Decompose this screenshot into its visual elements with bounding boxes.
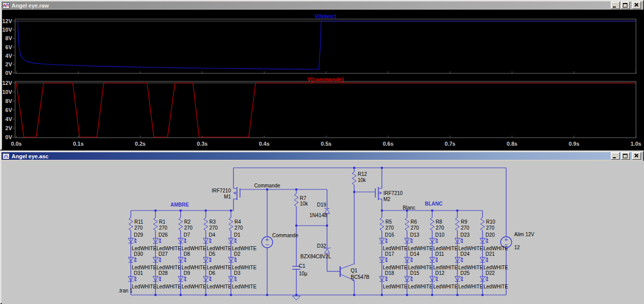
svg-text:R4: R4 — [234, 219, 241, 225]
svg-text:270: 270 — [411, 225, 419, 231]
svg-text:D4: D4 — [209, 232, 215, 238]
svg-text:270: 270 — [436, 225, 444, 231]
close-icon — [634, 3, 638, 7]
svg-text:D3: D3 — [234, 270, 240, 276]
svg-text:LedWHITE: LedWHITE — [484, 265, 508, 270]
asc-window-titlebar[interactable]: Angel eye.asc — [2, 152, 642, 160]
svg-text:BZX84C8V2L: BZX84C8V2L — [300, 254, 332, 259]
svg-text:D25: D25 — [460, 270, 470, 276]
svg-text:LedWHITE: LedWHITE — [132, 265, 156, 270]
svg-text:6V: 6V — [6, 107, 13, 113]
svg-text:LedWHITE: LedWHITE — [132, 284, 156, 289]
svg-text:1.0s: 1.0s — [630, 141, 641, 147]
svg-text:C1: C1 — [299, 263, 305, 269]
svg-text:D23: D23 — [460, 232, 470, 238]
svg-text:LedWHITE: LedWHITE — [232, 284, 257, 289]
svg-text:R11: R11 — [134, 219, 143, 225]
svg-text:.tran 1: .tran 1 — [118, 288, 133, 293]
svg-text:0.0s: 0.0s — [11, 141, 22, 147]
svg-text:LedWHITE: LedWHITE — [156, 265, 181, 270]
maximize-icon — [623, 154, 627, 158]
svg-text:LedWHITE: LedWHITE — [156, 284, 181, 289]
svg-text:D15: D15 — [410, 270, 420, 276]
asc-window: Angel eye.asc R11270D29LedWHITED30LedWHI… — [0, 151, 644, 304]
schematic-document-icon — [3, 153, 10, 159]
svg-text:270: 270 — [486, 225, 495, 231]
svg-text:10V: 10V — [2, 27, 12, 33]
svg-text:Q1: Q1 — [351, 268, 358, 273]
svg-text:D7: D7 — [184, 232, 190, 238]
svg-text:LedWHITE: LedWHITE — [433, 265, 458, 270]
svg-text:LedWHITE: LedWHITE — [207, 246, 231, 251]
svg-text:12V: 12V — [2, 18, 12, 24]
svg-text:0V: 0V — [6, 70, 13, 76]
svg-text:0.2s: 0.2s — [135, 141, 145, 147]
svg-text:R8: R8 — [436, 219, 442, 225]
svg-text:10k: 10k — [358, 177, 366, 183]
waveform-plot-canvas[interactable]: 12V10V8V6V4V2V0VV(blanc)12V10V8V6V4V2V0V… — [2, 10, 644, 150]
close-button[interactable] — [632, 2, 641, 9]
schematic-editor[interactable]: R11270D29LedWHITED30LedWHITED31LedWHITER… — [2, 161, 644, 304]
svg-text:LedWHITE: LedWHITE — [484, 284, 508, 289]
svg-text:LedWHITE: LedWHITE — [383, 284, 408, 289]
waveform-viewer[interactable]: 12V10V8V6V4V2V0VV(blanc)12V10V8V6V4V2V0V… — [2, 10, 644, 150]
asc-window-title: Angel eye.asc — [12, 153, 611, 159]
svg-text:0.7s: 0.7s — [445, 141, 455, 147]
svg-text:D9: D9 — [184, 270, 190, 276]
raw-window: Angel eye.raw 12V10V8V6V4V2V0VV(blanc)12… — [0, 0, 644, 150]
minimize-button[interactable] — [611, 2, 620, 9]
svg-text:4V: 4V — [6, 116, 13, 122]
close-icon — [634, 153, 638, 158]
svg-text:LedWHITE: LedWHITE — [433, 246, 458, 251]
svg-text:2V: 2V — [6, 61, 13, 67]
svg-text:D11: D11 — [435, 251, 444, 257]
svg-text:12V: 12V — [2, 80, 12, 86]
svg-text:LedWHITE: LedWHITE — [232, 265, 257, 270]
svg-text:V(blanc): V(blanc) — [314, 13, 337, 19]
svg-text:0.1s: 0.1s — [73, 141, 84, 147]
svg-text:270: 270 — [385, 225, 394, 231]
svg-text:AMBRE: AMBRE — [171, 202, 189, 208]
svg-text:D16: D16 — [385, 232, 394, 238]
raw-window-titlebar[interactable]: Angel eye.raw — [2, 2, 642, 9]
svg-text:LedWHITE: LedWHITE — [408, 246, 433, 251]
maximize-button[interactable] — [621, 152, 630, 160]
schematic-canvas[interactable]: R11270D29LedWHITED30LedWHITED31LedWHITER… — [2, 161, 644, 304]
svg-text:0.4s: 0.4s — [259, 141, 269, 147]
svg-text:D28: D28 — [158, 270, 168, 276]
svg-text:270: 270 — [461, 225, 469, 231]
svg-text:D31: D31 — [134, 270, 143, 276]
svg-text:D26: D26 — [158, 232, 168, 238]
svg-text:R7: R7 — [300, 195, 306, 201]
svg-text:R12: R12 — [358, 171, 367, 177]
svg-text:0.9s: 0.9s — [569, 141, 579, 147]
svg-text:Blanc: Blanc — [403, 205, 415, 211]
maximize-button[interactable] — [621, 2, 630, 9]
close-button[interactable] — [632, 152, 641, 160]
maximize-icon — [623, 3, 627, 8]
svg-text:LedWHITE: LedWHITE — [207, 265, 231, 270]
svg-text:D24: D24 — [460, 251, 470, 257]
svg-text:D19: D19 — [317, 202, 327, 208]
svg-text:270: 270 — [159, 225, 168, 231]
svg-text:LedWHITE: LedWHITE — [132, 246, 156, 251]
svg-text:R10: R10 — [486, 219, 496, 225]
minimize-button[interactable] — [611, 152, 620, 160]
svg-text:10k: 10k — [300, 201, 308, 207]
svg-text:12: 12 — [514, 245, 520, 250]
svg-text:10V: 10V — [2, 89, 12, 95]
svg-text:D21: D21 — [486, 251, 495, 257]
svg-text:LedWHITE: LedWHITE — [484, 246, 508, 251]
svg-text:8V: 8V — [6, 98, 13, 104]
svg-text:R5: R5 — [385, 219, 392, 225]
svg-text:LedWHITE: LedWHITE — [383, 265, 408, 270]
svg-text:Commande: Commande — [272, 233, 298, 238]
svg-text:D29: D29 — [134, 232, 143, 238]
ltspice-workspace: Angel eye.raw 12V10V8V6V4V2V0VV(blanc)12… — [0, 0, 644, 304]
svg-text:Alim 12V: Alim 12V — [514, 232, 534, 237]
svg-text:D2: D2 — [234, 251, 240, 257]
svg-text:IRF7210: IRF7210 — [383, 190, 403, 196]
svg-text:R6: R6 — [411, 219, 417, 225]
svg-text:0.6s: 0.6s — [383, 141, 393, 147]
svg-text:M2: M2 — [383, 196, 390, 202]
